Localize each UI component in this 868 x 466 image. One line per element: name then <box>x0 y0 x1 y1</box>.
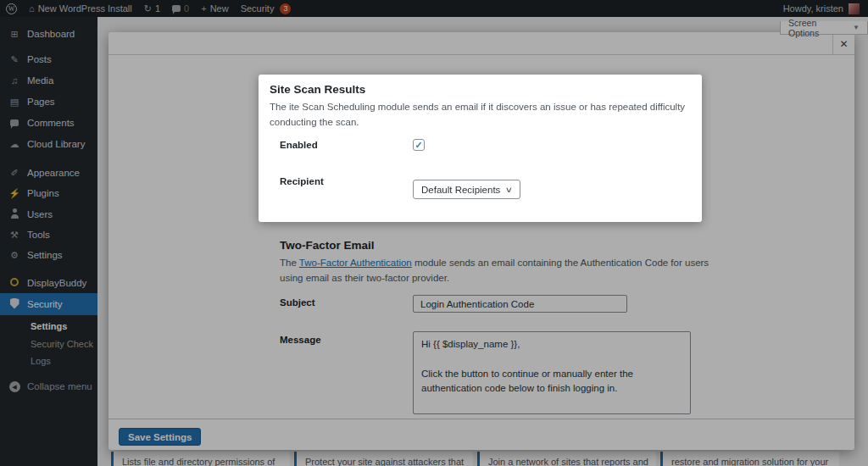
chevron-down-icon: ∨ <box>505 186 513 194</box>
enabled-label: Enabled <box>280 140 318 150</box>
section-title: Site Scan Results <box>270 83 365 96</box>
wordpress-admin-screen: W ⌂ New WordPress Install ↻ 1 0 + New Se… <box>0 0 868 466</box>
recipient-selected-value: Default Recipients <box>421 185 500 195</box>
section-description: The ite Scan Scheduling module sends an … <box>270 100 692 130</box>
enabled-checkbox[interactable]: ✓ <box>413 139 425 151</box>
recipient-label: Recipient <box>280 176 324 186</box>
dim-overlay <box>0 0 868 466</box>
recipient-select[interactable]: Default Recipients ∨ <box>413 180 520 199</box>
site-scan-results-card: Site Scan Results The ite Scan Schedulin… <box>259 75 702 222</box>
